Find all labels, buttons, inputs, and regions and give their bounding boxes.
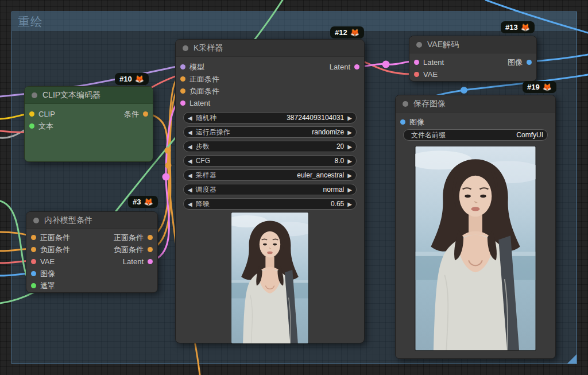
- node-title: 保存图像: [413, 99, 446, 109]
- group-resize-handle[interactable]: [567, 354, 577, 364]
- port-dot[interactable]: [143, 111, 148, 117]
- fox-icon: 🦊: [521, 22, 530, 32]
- node-title: CLIP文本编码器: [42, 90, 100, 100]
- port-label: VAE: [423, 70, 438, 79]
- node-badge: #12 🦊: [330, 26, 364, 38]
- output-latent[interactable]: Latent: [118, 256, 157, 268]
- fox-icon: 🦊: [144, 197, 153, 207]
- widget-value: 387244093104031: [287, 114, 344, 122]
- widget-value: normal: [323, 185, 345, 194]
- port-dot[interactable]: [414, 60, 419, 65]
- port-dot[interactable]: [29, 111, 34, 117]
- node-clip-text-encoder[interactable]: CLIP文本编码器 CLIP 文本 条件: [24, 86, 153, 162]
- decrement-arrow-icon[interactable]: ◀: [188, 144, 192, 150]
- decrement-arrow-icon[interactable]: ◀: [188, 129, 192, 136]
- widget-list: ◀ 随机种 387244093104031 ▶ ◀ 运行后操作 randomiz…: [176, 112, 364, 210]
- port-label: 正面条件: [114, 233, 144, 243]
- port-dot[interactable]: [527, 60, 532, 65]
- port-label: 正面条件: [189, 74, 219, 84]
- port-dot[interactable]: [354, 64, 359, 69]
- port-dot[interactable]: [400, 119, 405, 125]
- port-dot[interactable]: [180, 88, 185, 94]
- ksampler-preview-image: [231, 212, 308, 343]
- node-title-bar[interactable]: K采样器: [176, 40, 364, 57]
- node-title-bar[interactable]: 内补模型条件: [26, 212, 157, 229]
- output-conditioning[interactable]: 条件: [119, 108, 153, 120]
- port-dot[interactable]: [148, 259, 153, 264]
- collapse-dot-icon[interactable]: [183, 45, 188, 51]
- output-negative[interactable]: 负面条件: [109, 243, 157, 256]
- increment-arrow-icon[interactable]: ▶: [347, 115, 352, 121]
- output-image[interactable]: 图像: [503, 56, 536, 68]
- node-badge: #10 🦊: [115, 73, 149, 85]
- port-dot[interactable]: [31, 283, 36, 288]
- input-image[interactable]: 图像: [396, 116, 555, 128]
- port-dot[interactable]: [414, 72, 419, 77]
- port-dot[interactable]: [31, 271, 36, 276]
- increment-arrow-icon[interactable]: ▶: [347, 172, 352, 179]
- input-negative[interactable]: 负面条件: [176, 85, 364, 97]
- port-dot[interactable]: [148, 235, 153, 240]
- node-graph-canvas[interactable]: 重绘: [0, 0, 588, 375]
- port-dot[interactable]: [180, 100, 185, 106]
- port-dot[interactable]: [180, 76, 185, 82]
- port-label: VAE: [40, 257, 55, 266]
- widget-sampler[interactable]: ◀ 采样器 euler_ancestral ▶: [183, 169, 357, 181]
- port-label: 图像: [40, 269, 55, 279]
- widget-control-after-generate[interactable]: ◀ 运行后操作 randomize ▶: [183, 126, 357, 138]
- node-title-bar[interactable]: 保存图像: [396, 95, 555, 113]
- port-label: 条件: [124, 109, 139, 119]
- widget-seed[interactable]: ◀ 随机种 387244093104031 ▶: [183, 112, 357, 123]
- widget-cfg[interactable]: ◀ CFG 8.0 ▶: [183, 155, 357, 167]
- increment-arrow-icon[interactable]: ▶: [347, 129, 352, 136]
- widget-label: 采样器: [196, 171, 216, 180]
- output-positive[interactable]: 正面条件: [109, 231, 157, 243]
- collapse-dot-icon[interactable]: [32, 92, 37, 98]
- widget-label: 文件名前缀: [408, 130, 446, 140]
- node-title-bar[interactable]: CLIP文本编码器: [25, 87, 153, 104]
- port-dot[interactable]: [180, 64, 185, 69]
- input-text[interactable]: 文本: [25, 120, 153, 132]
- collapse-dot-icon[interactable]: [403, 101, 408, 107]
- port-label: 图像: [508, 57, 523, 68]
- decrement-arrow-icon[interactable]: ◀: [188, 158, 192, 164]
- port-label: 文本: [38, 121, 53, 132]
- input-image[interactable]: 图像: [26, 268, 157, 280]
- widget-value: 8.0: [335, 157, 345, 165]
- input-vae[interactable]: VAE: [409, 68, 536, 80]
- widget-scheduler[interactable]: ◀ 调度器 normal ▶: [183, 184, 357, 195]
- widget-steps[interactable]: ◀ 步数 20 ▶: [183, 141, 357, 152]
- port-label: 遮罩: [40, 281, 55, 291]
- node-title: 内补模型条件: [44, 215, 92, 226]
- port-label: Latent: [123, 257, 144, 266]
- increment-arrow-icon[interactable]: ▶: [347, 187, 352, 193]
- widget-denoise[interactable]: ◀ 降噪 0.65 ▶: [183, 198, 357, 210]
- collapse-dot-icon[interactable]: [33, 218, 39, 223]
- input-mask[interactable]: 遮罩: [26, 280, 157, 292]
- port-dot[interactable]: [31, 259, 36, 264]
- input-positive[interactable]: 正面条件: [176, 73, 364, 85]
- fox-icon: 🦊: [350, 28, 359, 37]
- port-label: 负面条件: [40, 245, 70, 255]
- widget-filename-prefix[interactable]: 文件名前缀 ComfyUI: [403, 129, 548, 141]
- decrement-arrow-icon[interactable]: ◀: [188, 172, 192, 179]
- group-header[interactable]: 重绘: [12, 12, 577, 31]
- port-dot[interactable]: [29, 123, 34, 129]
- node-title-bar[interactable]: VAE解码: [409, 36, 536, 53]
- node-title: VAE解码: [427, 40, 459, 50]
- input-latent[interactable]: Latent: [176, 97, 364, 109]
- port-dot[interactable]: [31, 235, 36, 240]
- increment-arrow-icon[interactable]: ▶: [347, 144, 352, 150]
- port-dot[interactable]: [148, 247, 153, 252]
- decrement-arrow-icon[interactable]: ◀: [188, 201, 192, 207]
- node-inpaint-conditioning[interactable]: 内补模型条件 正面条件 负面条件 VAE 图像 遮罩: [26, 211, 158, 293]
- increment-arrow-icon[interactable]: ▶: [347, 158, 352, 164]
- decrement-arrow-icon[interactable]: ◀: [188, 115, 192, 121]
- decrement-arrow-icon[interactable]: ◀: [188, 187, 192, 193]
- increment-arrow-icon[interactable]: ▶: [347, 201, 352, 207]
- output-latent[interactable]: Latent: [325, 61, 364, 73]
- collapse-dot-icon[interactable]: [416, 42, 422, 48]
- node-vae-decode[interactable]: VAE解码 Latent VAE 图像: [409, 36, 537, 82]
- port-dot[interactable]: [31, 247, 36, 252]
- badge-number: #3: [133, 197, 141, 207]
